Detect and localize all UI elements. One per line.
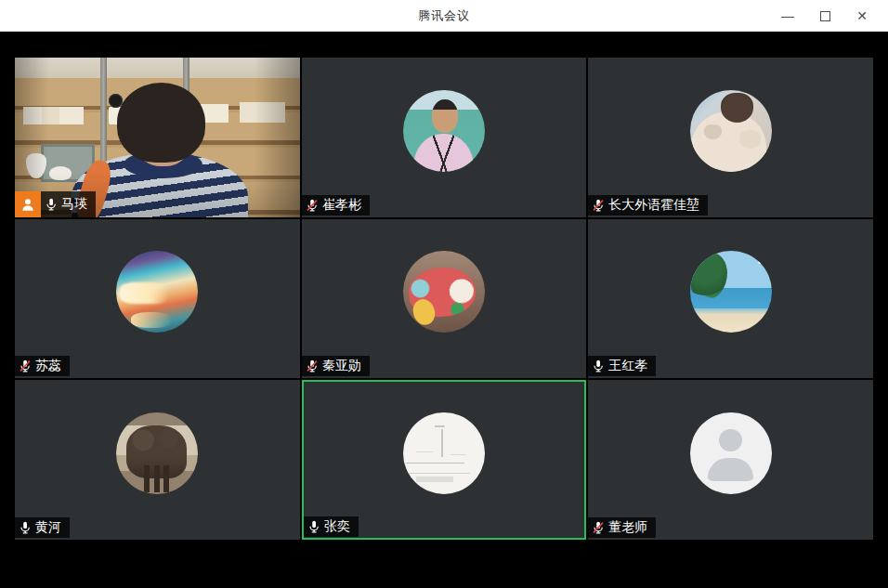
participant-avatar	[116, 251, 198, 333]
participant-label: 苏蕊	[15, 356, 70, 376]
mic-muted-icon	[591, 197, 606, 214]
participant-label: 秦亚勋	[302, 356, 370, 376]
participant-name: 董老师	[608, 519, 647, 536]
participant-tile[interactable]: 张奕	[302, 380, 587, 540]
participant-tile[interactable]: 黄河	[15, 380, 300, 540]
minimize-button[interactable]: —	[769, 0, 806, 32]
participant-label: 王红孝	[588, 356, 656, 376]
participant-label: 董老师	[588, 517, 656, 538]
participant-tile[interactable]: 长大外语霍佳堃	[588, 58, 873, 217]
participant-name: 长大外语霍佳堃	[608, 197, 699, 214]
mic-muted-icon	[305, 197, 320, 214]
window-title: 腾讯会议	[418, 7, 470, 24]
participant-label: 长大外语霍佳堃	[588, 195, 708, 216]
mic-icon	[591, 358, 606, 374]
participant-name: 秦亚勋	[322, 358, 361, 374]
participant-name: 王红孝	[608, 358, 647, 374]
mic-muted-icon	[305, 358, 320, 374]
participant-tile[interactable]: 董老师	[588, 380, 873, 540]
participant-avatar	[690, 412, 772, 494]
participant-tile[interactable]: 苏蕊	[15, 219, 300, 379]
participant-label: 黄河	[15, 517, 70, 538]
participant-name: 黄河	[35, 519, 61, 536]
participant-tile[interactable]: 王红孝	[588, 219, 873, 379]
video-grid: 马瑛 崔孝彬 长大外语霍佳	[15, 58, 873, 540]
host-badge-icon	[15, 191, 41, 217]
mic-icon	[307, 518, 321, 535]
participant-avatar	[403, 90, 485, 172]
mic-muted-icon	[18, 358, 33, 374]
window-controls: — ✕	[769, 0, 881, 32]
participant-avatar	[403, 251, 485, 333]
participant-avatar	[690, 90, 772, 172]
mic-muted-icon	[591, 519, 606, 536]
participant-label: 张奕	[304, 516, 359, 537]
maximize-icon	[820, 11, 830, 21]
participant-label: 崔孝彬	[302, 195, 370, 216]
participant-tile[interactable]: 马瑛	[15, 58, 300, 217]
participant-avatar	[403, 412, 485, 494]
participant-avatar	[116, 412, 198, 494]
participant-tile[interactable]: 崔孝彬	[302, 58, 587, 217]
participant-label: 马瑛	[15, 191, 96, 217]
participant-name: 马瑛	[61, 196, 87, 213]
participant-tile[interactable]: 秦亚勋	[302, 219, 587, 379]
mic-icon	[44, 196, 59, 213]
participant-name: 崔孝彬	[322, 197, 361, 214]
maximize-button[interactable]	[806, 0, 843, 32]
close-button[interactable]: ✕	[843, 0, 881, 32]
mic-icon	[18, 519, 33, 536]
titlebar: 腾讯会议 — ✕	[0, 0, 888, 32]
participant-avatar	[690, 251, 772, 333]
participant-name: 苏蕊	[35, 358, 61, 374]
participant-name: 张奕	[324, 518, 350, 535]
